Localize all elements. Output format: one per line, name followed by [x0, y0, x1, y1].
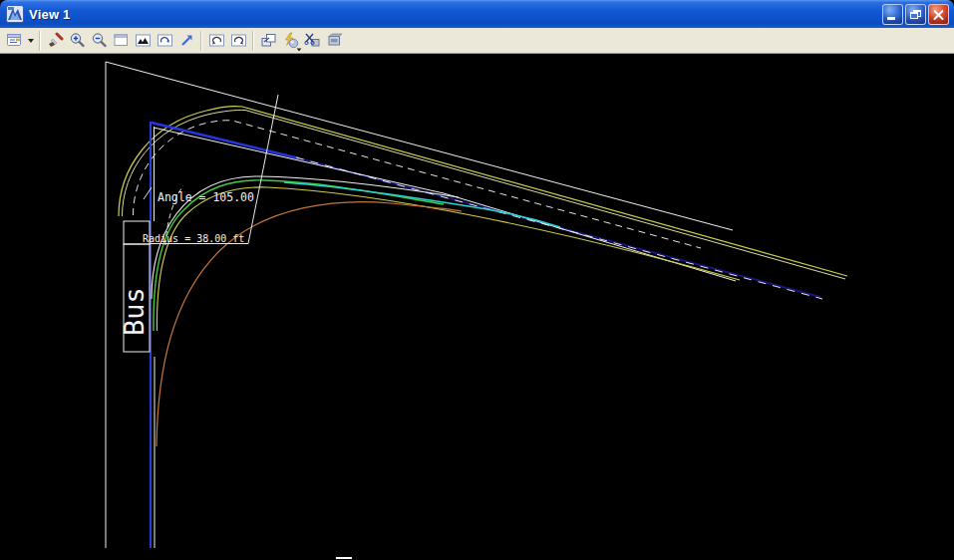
clip-mask-button[interactable]	[323, 30, 345, 52]
display-mode-icon	[282, 32, 299, 49]
toolbar-separator	[252, 31, 254, 51]
row-line-blue-diagonal	[152, 123, 299, 158]
chevron-down-icon	[297, 48, 302, 51]
update-view-icon	[47, 32, 64, 49]
view-next-icon	[230, 32, 247, 49]
window-controls	[882, 4, 949, 25]
turn-path-cyan	[284, 182, 560, 227]
chevron-down-icon	[28, 39, 34, 43]
view-display-mode-button[interactable]	[279, 30, 301, 52]
toolbar-separator	[200, 31, 202, 51]
restore-icon	[910, 10, 921, 19]
clip-mask-icon	[326, 32, 343, 49]
view-previous-icon	[208, 32, 225, 49]
title-bar[interactable]: View 1	[0, 0, 954, 28]
copy-view-icon	[260, 32, 277, 49]
view-canvas[interactable]: Bus Angle = 105.00 Radius = 38.00 ft	[0, 54, 954, 560]
window-title: View 1	[29, 7, 70, 22]
radius-label: Radius = 38.00 ft	[143, 233, 244, 244]
drawing-area[interactable]: Bus Angle = 105.00 Radius = 38.00 ft	[0, 54, 954, 560]
close-icon	[929, 5, 948, 24]
zoom-out-button[interactable]	[88, 30, 110, 52]
view-attributes-dropdown[interactable]	[25, 30, 36, 52]
update-view-button[interactable]	[44, 30, 66, 52]
minimize-button[interactable]	[882, 4, 903, 25]
zoom-in-icon	[69, 32, 86, 49]
clip-volume-icon	[304, 32, 321, 49]
rotate-view-icon	[157, 32, 173, 49]
toolbar-separator	[39, 31, 41, 51]
microstation-view-icon	[6, 5, 24, 23]
view-attributes-icon	[6, 32, 23, 49]
bus-label: Bus	[119, 287, 150, 336]
pan-view-button[interactable]	[175, 30, 197, 52]
view-toolbar	[0, 28, 954, 54]
road-edge-middle	[154, 128, 736, 281]
close-button[interactable]	[928, 4, 949, 25]
clip-volume-button[interactable]	[301, 30, 323, 52]
fit-view-icon	[135, 32, 152, 49]
restore-button[interactable]	[905, 4, 926, 25]
copy-view-button[interactable]	[257, 30, 279, 52]
view-attributes-button[interactable]	[3, 30, 25, 52]
minimize-icon	[887, 17, 895, 20]
zoom-in-button[interactable]	[66, 30, 88, 52]
view-next-button[interactable]	[227, 30, 249, 52]
pan-view-icon	[178, 32, 195, 49]
window-area-button[interactable]	[110, 30, 132, 52]
zoom-out-icon	[91, 32, 108, 49]
rotate-view-button[interactable]	[154, 30, 175, 52]
fit-view-button[interactable]	[132, 30, 154, 52]
view-previous-button[interactable]	[205, 30, 227, 52]
angle-label: Angle = 105.00	[158, 190, 254, 204]
view-window: View 1	[0, 0, 954, 560]
road-edge-top-diagonal	[106, 62, 733, 230]
window-area-icon	[113, 32, 130, 49]
